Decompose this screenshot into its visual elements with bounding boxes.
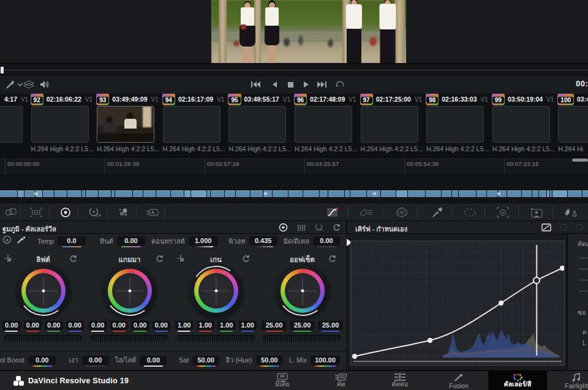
adjust-value-field[interactable]: 0.00 <box>28 356 56 365</box>
white-balance-picker-icon[interactable] <box>17 236 26 247</box>
step-back-icon[interactable] <box>268 79 281 90</box>
rgb-mixer-icon[interactable] <box>115 206 133 219</box>
power-window-icon[interactable] <box>461 206 479 219</box>
timeline-clip[interactable] <box>55 190 67 197</box>
timeline-clip[interactable] <box>251 190 263 197</box>
wheel-value-field[interactable]: 0.00 <box>66 321 85 330</box>
timeline-clip[interactable] <box>477 190 486 197</box>
timeline-clip[interactable] <box>191 190 206 197</box>
slider-fragment[interactable] <box>579 280 588 280</box>
clip-thumbnail[interactable] <box>0 106 23 143</box>
wheel-value-field[interactable]: 1.00 <box>217 321 236 330</box>
curves-icon[interactable] <box>323 206 342 219</box>
clip-thumbnail[interactable] <box>361 106 418 143</box>
timeline-clip[interactable] <box>236 190 250 197</box>
wheel-value-field[interactable]: 0.00 <box>153 321 171 330</box>
color-warper-icon[interactable] <box>393 206 411 219</box>
motion-effects-icon[interactable] <box>143 206 162 219</box>
reset-icon[interactable] <box>69 254 78 263</box>
timeline-clip[interactable] <box>99 190 111 197</box>
master-wheel-slider[interactable] <box>4 335 82 342</box>
reset-icon[interactable] <box>329 222 344 233</box>
tracker-icon[interactable] <box>494 206 512 219</box>
primaries-wheels-mode-icon[interactable] <box>276 222 290 233</box>
video-preview[interactable] <box>211 0 406 63</box>
clip-thumbnail[interactable] <box>163 106 221 143</box>
wheel-value-field[interactable]: 1.00 <box>239 321 257 330</box>
timeline-clip[interactable] <box>184 190 190 197</box>
adjust-value-field[interactable]: 1.000 <box>189 236 218 246</box>
timeline-clip[interactable] <box>381 190 396 197</box>
timeline-clip[interactable] <box>171 190 184 197</box>
clip-thumbnail-cell[interactable]: 9202:16:06:22V1H.264 High 4:2:2 L5... <box>28 94 94 157</box>
timeline-clip[interactable] <box>67 190 81 197</box>
tab-edit[interactable]: ตัดต่อ <box>371 371 429 390</box>
blur-sharpen-icon[interactable] <box>562 206 580 219</box>
clip-thumbnail[interactable] <box>228 106 286 143</box>
timeline-clip[interactable] <box>442 190 451 197</box>
skip-start-icon[interactable] <box>249 79 262 90</box>
timeline-clip[interactable] <box>86 190 98 197</box>
clip-thumbnail-cell[interactable]: 9702:17:25:00V1H.264 High 4:2:2 L5... <box>358 94 424 157</box>
timeline-clip[interactable] <box>115 190 132 197</box>
wheel-value-field[interactable]: 0.00 <box>45 321 63 330</box>
clip-thumbnail[interactable] <box>492 106 550 143</box>
timeline-clip[interactable] <box>288 190 303 197</box>
custom-curve-mode-icon[interactable] <box>539 222 554 233</box>
wheel-value-field[interactable]: 0.00 <box>2 321 21 330</box>
adjust-value-field[interactable]: 0.0 <box>58 236 86 246</box>
timeline-clip[interactable] <box>547 190 549 197</box>
adjust-value-field[interactable]: 50.00 <box>192 356 219 365</box>
magic-mask-icon[interactable] <box>527 206 546 219</box>
auto-balance-icon[interactable]: A <box>2 235 12 247</box>
color-wheels-icon[interactable] <box>56 206 75 219</box>
timeline-clip[interactable] <box>211 190 224 197</box>
primaries-log-mode-icon[interactable]: LOG <box>311 222 326 233</box>
timeline-clip[interactable] <box>320 190 328 197</box>
timeline-clip[interactable] <box>350 190 366 197</box>
timeline-clip[interactable] <box>273 190 288 197</box>
timeline-clip[interactable] <box>143 190 156 197</box>
clip-thumbnail[interactable] <box>558 106 588 143</box>
tab-cut[interactable]: คัต <box>312 371 371 390</box>
timeline-clip[interactable] <box>552 190 567 197</box>
tab-media[interactable]: มีเดีย <box>253 371 312 390</box>
timeline-clip[interactable] <box>0 190 17 197</box>
timeline-clip[interactable] <box>522 190 532 197</box>
clip-thumbnail[interactable] <box>426 106 484 143</box>
timeline-clip[interactable] <box>111 190 115 197</box>
clip-thumbnail-cell[interactable]: 10003:4H.264 Hi <box>555 94 588 157</box>
wheel-value-field[interactable]: 1.00 <box>175 321 194 330</box>
hue-curve-mode-icon[interactable] <box>556 222 571 233</box>
timeline-clip[interactable] <box>459 190 476 197</box>
clip-thumbnail-cell[interactable]: 9903:50:19:04V1H.264 High 4:2:2 L5... <box>489 94 556 157</box>
clip-thumbnail-cell[interactable]: 9402:16:17:09V1H.264 High 4:2:2 L5... <box>160 94 226 157</box>
timeline-tracks[interactable]: HHHH <box>0 174 588 203</box>
timeline-clip[interactable] <box>396 190 407 197</box>
clip-thumbnail-cell[interactable]: 4:17V14:2:2 L5... <box>0 94 28 157</box>
hue-curve-mode-icon[interactable] <box>584 222 588 233</box>
wheel-value-field[interactable]: 0.00 <box>110 321 129 330</box>
timeline-clip[interactable] <box>507 190 521 197</box>
wheel-value-field[interactable]: 1.00 <box>197 321 215 330</box>
timeline-ruler[interactable]: 00:00:00:0000:01:28:3900:02:57:1800:04:2… <box>0 157 588 174</box>
qualifier-grid-icon[interactable] <box>357 206 375 219</box>
timeline-clip[interactable] <box>539 190 546 197</box>
speaker-icon[interactable] <box>38 79 51 90</box>
tab-fairlight[interactable]: Fairlight <box>547 371 588 390</box>
wheel-value-field[interactable]: 25.00 <box>290 321 315 330</box>
adjust-value-field[interactable]: 100.00 <box>311 356 340 365</box>
timeline-clip[interactable] <box>426 190 441 197</box>
wipe-mode-icon[interactable] <box>22 79 36 90</box>
jog-playhead[interactable] <box>1 67 4 73</box>
eyedropper-icon[interactable] <box>428 206 447 219</box>
stereo-3d-icon[interactable] <box>2 206 21 219</box>
timeline-clip[interactable] <box>43 190 54 197</box>
master-wheel-slider[interactable] <box>177 335 255 342</box>
timeline-clip[interactable] <box>133 190 143 197</box>
reset-icon[interactable] <box>328 254 337 263</box>
clip-thumbnail-cell[interactable]: 9503:49:55:17V1H.264 High 4:2:2 L5... <box>225 94 292 157</box>
timeline-clip[interactable] <box>225 190 235 197</box>
stop-icon[interactable] <box>284 79 297 90</box>
master-wheel-slider[interactable] <box>263 335 341 342</box>
